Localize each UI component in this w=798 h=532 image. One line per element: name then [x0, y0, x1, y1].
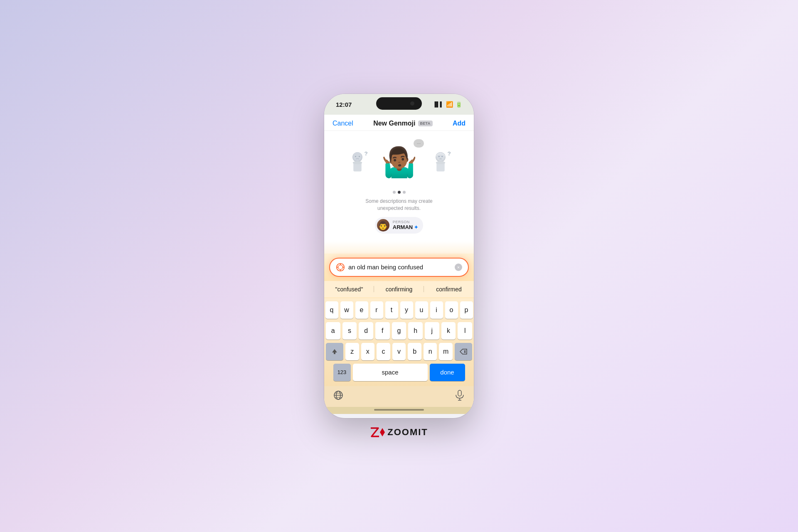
key-y[interactable]: y [400, 301, 413, 319]
autocomplete-item-3[interactable]: confirmed [424, 284, 474, 294]
disclaimer-text: Some descriptions may create unexpected … [365, 198, 432, 212]
svg-point-8 [438, 156, 440, 157]
person-name: ARMAN ✦ [393, 224, 418, 230]
key-f[interactable]: f [375, 322, 390, 340]
svg-point-2 [355, 156, 356, 157]
nav-bar: Cancel New Genmoji BETA Add [324, 115, 474, 131]
emoji-carousel: ? ··· 🤷🏾‍♂️ [328, 139, 470, 185]
add-button[interactable]: Add [453, 120, 466, 127]
keyboard: q w e r t y u i o p a s d f g [324, 298, 474, 386]
battery-icon: 🔋 [456, 101, 462, 108]
wifi-icon: 📶 [446, 101, 453, 108]
key-w[interactable]: w [340, 301, 353, 319]
emoji-preview-area: ? ··· 🤷🏾‍♂️ [324, 131, 474, 241]
phone-wrapper: 12:07 ▐▌▌ 📶 🔋 Cancel New Genmoji BETA Ad… [324, 94, 474, 438]
home-indicator [324, 407, 474, 414]
key-t[interactable]: t [385, 301, 398, 319]
status-bar: 12:07 ▐▌▌ 📶 🔋 [324, 94, 474, 115]
key-z[interactable]: z [345, 343, 359, 360]
zoomit-text: ZOOMIT [387, 427, 428, 438]
key-i[interactable]: i [430, 301, 443, 319]
key-j[interactable]: j [425, 322, 439, 340]
dot-2-active [398, 191, 401, 194]
key-s[interactable]: s [342, 322, 357, 340]
keyboard-row-1: q w e r t y u i o p [326, 301, 472, 319]
svg-point-1 [353, 152, 362, 161]
numbers-key[interactable]: 123 [333, 364, 351, 381]
person-info: PERSON ARMAN ✦ [393, 220, 418, 230]
genmoji-icon [336, 263, 345, 272]
backspace-icon [460, 349, 467, 355]
svg-point-9 [441, 156, 443, 157]
emoji-center: ··· 🤷🏾‍♂️ [376, 139, 422, 185]
key-q[interactable]: q [325, 301, 338, 319]
question-mark-right: ? [448, 150, 451, 157]
key-h[interactable]: h [408, 322, 423, 340]
key-p[interactable]: p [460, 301, 473, 319]
person-name-text: ARMAN [393, 224, 413, 230]
done-label: done [440, 369, 454, 376]
pagination-dots [393, 191, 406, 194]
key-a[interactable]: a [326, 322, 340, 340]
main-emoji: 🤷🏾‍♂️ [381, 148, 417, 177]
title-text: New Genmoji [373, 120, 415, 127]
autocomplete-item-2[interactable]: confirming [374, 284, 424, 294]
zoomit-logo-icon [370, 426, 385, 438]
key-u[interactable]: u [415, 301, 428, 319]
disclaimer-line2: unexpected results. [377, 205, 421, 211]
key-k[interactable]: k [441, 322, 456, 340]
key-o[interactable]: o [445, 301, 458, 319]
shift-key[interactable] [326, 343, 343, 360]
dot-1 [393, 191, 396, 194]
emoji-right: ? [430, 150, 452, 175]
keyboard-bottom-bar [324, 386, 474, 407]
search-input-wrapper[interactable]: an old man being confused × [329, 258, 469, 277]
home-bar [374, 409, 424, 411]
zoomit-brand: ZOOMIT [370, 426, 428, 438]
emoji-left: ? [347, 150, 369, 175]
cancel-button[interactable]: Cancel [332, 120, 353, 127]
globe-icon[interactable] [332, 389, 344, 401]
keyboard-row-4: 123 space done [326, 364, 472, 381]
question-mark-left: ? [365, 150, 368, 157]
done-key[interactable]: done [430, 364, 465, 381]
thinking-bubble: ··· [414, 139, 424, 148]
autocomplete-item-1[interactable]: "confused" [324, 284, 374, 294]
key-x[interactable]: x [361, 343, 375, 360]
space-key[interactable]: space [353, 364, 428, 381]
signal-icon: ▐▌▌ [433, 101, 443, 107]
keyboard-row-3: z x c v b n m [326, 343, 472, 360]
svg-point-5 [353, 161, 362, 165]
globe-svg [333, 390, 343, 400]
nav-title: New Genmoji BETA [373, 120, 432, 127]
key-r[interactable]: r [370, 301, 383, 319]
autocomplete-label-3: confirmed [436, 286, 461, 293]
person-avatar: 👨 [377, 219, 389, 232]
key-b[interactable]: b [408, 343, 421, 360]
search-input-text[interactable]: an old man being confused [348, 264, 451, 271]
microphone-icon[interactable] [454, 389, 466, 401]
shift-icon [331, 348, 338, 355]
disclaimer-line1: Some descriptions may create [365, 198, 432, 204]
numbers-label: 123 [337, 369, 347, 375]
clear-button[interactable]: × [455, 264, 462, 271]
key-l[interactable]: l [458, 322, 472, 340]
dynamic-island [376, 97, 422, 110]
space-label: space [382, 369, 398, 376]
autocomplete-label-2: confirming [386, 286, 413, 293]
person-tag[interactable]: 👨 PERSON ARMAN ✦ [375, 217, 423, 234]
key-g[interactable]: g [392, 322, 406, 340]
camera-dot [410, 101, 414, 106]
gradient-separator [324, 241, 474, 254]
phone-frame: 12:07 ▐▌▌ 📶 🔋 Cancel New Genmoji BETA Ad… [324, 94, 474, 418]
key-e[interactable]: e [355, 301, 368, 319]
keyboard-row-2: a s d f g h j k l [326, 322, 472, 340]
key-d[interactable]: d [359, 322, 373, 340]
status-icons: ▐▌▌ 📶 🔋 [433, 101, 462, 108]
backspace-key[interactable] [455, 343, 472, 360]
autocomplete-bar: "confused" confirming confirmed [324, 281, 474, 298]
key-n[interactable]: n [424, 343, 437, 360]
key-v[interactable]: v [392, 343, 406, 360]
key-m[interactable]: m [439, 343, 453, 360]
key-c[interactable]: c [377, 343, 390, 360]
